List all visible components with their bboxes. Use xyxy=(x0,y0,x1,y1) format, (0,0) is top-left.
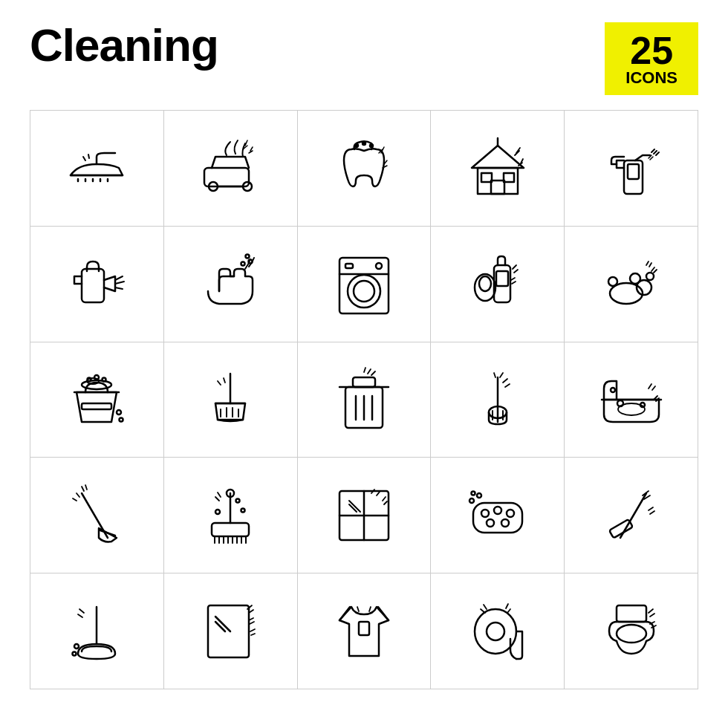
svg-point-74 xyxy=(487,519,494,527)
svg-point-20 xyxy=(249,260,253,264)
svg-point-36 xyxy=(608,277,617,286)
icon-shirt xyxy=(298,573,432,689)
icon-car-wash xyxy=(164,111,298,227)
svg-rect-85 xyxy=(359,622,369,635)
svg-point-65 xyxy=(241,508,245,512)
svg-rect-18 xyxy=(82,269,104,302)
svg-rect-17 xyxy=(628,164,639,179)
icon-floor-brush xyxy=(164,458,298,573)
svg-point-45 xyxy=(120,417,123,421)
svg-point-30 xyxy=(475,274,495,301)
page-header: Cleaning 25 ICONS xyxy=(0,0,728,110)
svg-point-76 xyxy=(469,498,474,503)
icon-count-badge: 25 ICONS xyxy=(605,22,698,95)
svg-point-26 xyxy=(376,263,382,269)
svg-rect-88 xyxy=(617,605,646,622)
svg-point-75 xyxy=(501,519,509,527)
icon-hand-wash xyxy=(164,227,298,342)
svg-point-10 xyxy=(370,144,373,147)
svg-point-66 xyxy=(236,498,240,502)
icon-clean-house xyxy=(431,111,565,227)
svg-point-87 xyxy=(487,623,504,640)
icon-glass-clean xyxy=(164,573,298,689)
icon-bathtub xyxy=(565,342,698,458)
svg-point-9 xyxy=(363,142,365,145)
svg-point-34 xyxy=(630,273,640,284)
icon-toilet xyxy=(565,573,698,689)
svg-point-72 xyxy=(494,507,501,514)
icon-toilet-brush xyxy=(431,342,565,458)
badge-number: 25 xyxy=(630,31,673,70)
page-title: Cleaning xyxy=(30,22,218,68)
svg-point-19 xyxy=(241,262,245,266)
svg-rect-43 xyxy=(82,403,111,409)
svg-point-73 xyxy=(507,510,514,517)
svg-point-71 xyxy=(481,510,489,517)
badge-text: ICONS xyxy=(625,70,677,86)
svg-point-56 xyxy=(611,388,615,392)
icon-window xyxy=(298,458,432,573)
svg-point-24 xyxy=(354,281,374,302)
icon-toilet-paper xyxy=(431,573,565,689)
icon-grid xyxy=(30,110,698,689)
icon-iron xyxy=(30,111,164,227)
svg-rect-84 xyxy=(208,605,249,657)
icon-spray-gun xyxy=(30,227,164,342)
svg-rect-49 xyxy=(353,377,375,387)
svg-rect-62 xyxy=(212,523,249,536)
svg-point-35 xyxy=(646,273,654,280)
svg-point-59 xyxy=(640,403,645,407)
svg-point-21 xyxy=(246,255,250,259)
icon-sponge xyxy=(431,458,565,573)
svg-point-83 xyxy=(73,651,77,655)
icon-trash-bin xyxy=(298,342,432,458)
svg-rect-29 xyxy=(496,271,508,286)
svg-point-40 xyxy=(94,375,99,380)
icon-bucket xyxy=(30,342,164,458)
svg-point-23 xyxy=(348,275,380,308)
svg-point-89 xyxy=(617,625,646,643)
icon-broom xyxy=(30,458,164,573)
svg-point-31 xyxy=(479,276,491,291)
icon-washing-machine xyxy=(298,227,432,342)
svg-rect-25 xyxy=(345,264,353,268)
svg-point-82 xyxy=(74,644,79,649)
svg-rect-13 xyxy=(491,181,504,194)
icon-plunger xyxy=(30,573,164,689)
svg-point-78 xyxy=(471,491,475,495)
svg-point-8 xyxy=(355,144,358,147)
svg-point-41 xyxy=(103,377,106,381)
svg-point-42 xyxy=(88,377,91,381)
icon-squeegee xyxy=(565,458,698,573)
icon-soap-bubbles xyxy=(565,227,698,342)
svg-point-58 xyxy=(617,400,623,406)
icon-spray-bottle xyxy=(565,111,698,227)
svg-marker-11 xyxy=(472,146,524,168)
icon-dustpan xyxy=(164,342,298,458)
icon-tooth xyxy=(298,111,432,227)
svg-point-44 xyxy=(117,410,121,415)
icon-cleaner-with-plate xyxy=(431,227,565,342)
svg-point-64 xyxy=(215,510,220,514)
svg-point-77 xyxy=(477,493,481,498)
